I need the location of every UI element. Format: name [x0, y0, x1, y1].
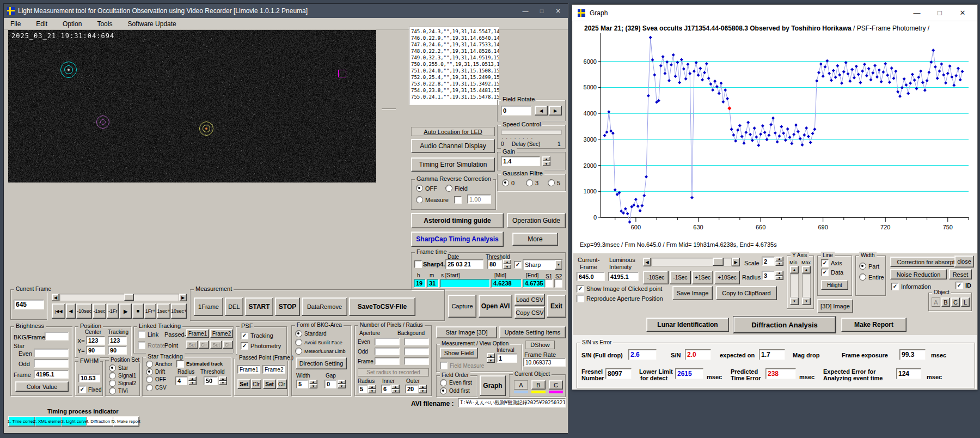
s1-cell[interactable]	[544, 279, 553, 288]
graph-minimize-icon[interactable]: —	[908, 8, 926, 18]
frame-scrollbar[interactable]	[52, 294, 187, 301]
gamma-measure-checkbox[interactable]	[454, 196, 462, 204]
interval-spinner[interactable]	[487, 353, 495, 363]
more-button[interactable]: More	[512, 233, 558, 246]
reproduce-aperture-checkbox[interactable]: Reproduce Aperture Position	[577, 295, 663, 302]
px-radius-spinner[interactable]	[368, 385, 376, 393]
start-cell[interactable]	[440, 279, 490, 288]
color-value-button[interactable]: Color Value	[15, 381, 69, 392]
gamma-off-radio[interactable]: OFF	[416, 185, 437, 192]
object-c-button[interactable]: C	[549, 380, 563, 390]
object-b-button[interactable]: B	[531, 380, 546, 390]
star-image-3d-button[interactable]: Star Image [3D]	[436, 326, 497, 338]
threshold-spinner[interactable]	[503, 259, 511, 269]
auto-location-led-button[interactable]: Auto Location for LED	[411, 127, 495, 136]
gain-field[interactable]: 1.4	[501, 156, 540, 166]
fresnel-field[interactable]: 8097	[605, 368, 632, 379]
minus-1frame-button[interactable]: -1Fr	[107, 303, 119, 319]
reset-button[interactable]: Reset	[949, 269, 972, 279]
px-frame-aperture-field[interactable]	[375, 357, 400, 365]
lower-limit-field[interactable]: 2615	[675, 368, 703, 379]
sn-full-field[interactable]: 2.6	[628, 349, 657, 360]
pp-set1-button[interactable]: Set	[237, 379, 250, 389]
avi-filename-field[interactable]: I:¥A-えんぺい観測¥観測記録2025¥20250321◎Svea自宅¥04_…	[458, 398, 566, 407]
information-checkbox[interactable]: Information	[891, 283, 931, 290]
y-tracking-field[interactable]: 90	[108, 346, 127, 355]
star-odd-field[interactable]	[34, 359, 69, 368]
sharp-combo-arrow-icon[interactable]	[555, 260, 562, 270]
posset-signal2-radio[interactable]: Signal2	[109, 380, 136, 387]
x-center-field[interactable]: 123	[86, 336, 105, 345]
s2-cell[interactable]	[554, 279, 562, 288]
y-center-field[interactable]: 90	[86, 346, 105, 355]
anchor-radio[interactable]: Anchor	[146, 361, 173, 368]
interval-field[interactable]: 1	[497, 354, 517, 363]
play-button[interactable]: ▶	[119, 303, 132, 319]
graph-scrollbar-thumb[interactable]	[713, 258, 724, 266]
px-outer-spinner[interactable]	[419, 385, 427, 393]
start-button[interactable]: START	[245, 297, 273, 316]
bkg-meteor-radio[interactable]: Meteor/Lunar Limb	[295, 348, 346, 355]
psf-photometry-checkbox[interactable]: Photometry	[241, 342, 281, 350]
width-part-radio[interactable]: Part	[859, 263, 879, 270]
close-icon[interactable]: ✕	[552, 6, 565, 16]
predicted-error-field[interactable]: 238	[765, 368, 796, 379]
minute-cell[interactable]: 31	[427, 279, 439, 288]
graph-button[interactable]: Graph	[480, 375, 506, 396]
open-avi-button[interactable]: Open AVI	[479, 295, 512, 318]
capture-button[interactable]: Capture	[448, 295, 476, 318]
copy-clipboard-button[interactable]: Copy to ClipBoard	[716, 286, 777, 300]
gain-spinner[interactable]	[542, 156, 550, 166]
minimize-icon[interactable]: —	[519, 6, 532, 16]
graph-object-l-button[interactable]: L	[961, 297, 970, 307]
graph-scrollbar[interactable]	[643, 258, 740, 266]
splitter-grip[interactable]	[382, 108, 396, 110]
minus-10sec-graph-button[interactable]: -10Sec	[643, 271, 669, 284]
stop-button[interactable]: STOP	[275, 297, 300, 316]
frame-rate-field[interactable]: 10.069373	[523, 358, 566, 367]
analyzing-error-field[interactable]: 124	[896, 368, 921, 379]
direction-setting-button[interactable]: Direction Setting	[296, 357, 347, 369]
tracking-csv-radio[interactable]: CSV	[146, 384, 167, 391]
star-frame-field[interactable]: 4195.1	[34, 370, 69, 379]
save-image-button[interactable]: Save Image	[672, 286, 713, 300]
linked-set1-button[interactable]: Set	[186, 340, 198, 349]
image-3d-button[interactable]: [3D] Image	[817, 299, 853, 313]
jump-start-button[interactable]: |◀◀	[52, 303, 65, 319]
linked-frame1-button[interactable]: Frame1	[186, 329, 209, 338]
px-even-aperture-field[interactable]	[375, 338, 400, 345]
y-min-scrollbar[interactable]	[790, 266, 799, 305]
pp-set2-button[interactable]: Set	[263, 379, 276, 389]
threshold-field[interactable]: 80	[487, 259, 502, 269]
plus-1sec-graph-button[interactable]: +1Sec	[692, 271, 713, 284]
width-entire-radio[interactable]: Entire	[859, 273, 884, 281]
graph-titlebar[interactable]: Graph — □ ✕	[572, 5, 977, 21]
save-to-csv-button[interactable]: SaveToCSV-File	[349, 297, 415, 316]
pp-frame1-field[interactable]: Frame1	[237, 365, 260, 374]
close-button[interactable]: close	[954, 256, 974, 267]
tracking-off-radio[interactable]: OFF	[146, 376, 166, 383]
expected-on-field[interactable]: 1.7	[759, 349, 785, 360]
frame-scrollbar-thumb[interactable]	[124, 294, 134, 301]
graph-radius-field[interactable]: 3	[762, 271, 775, 280]
data-remove-button[interactable]: DataRemove	[302, 297, 347, 316]
menu-option[interactable]: Option	[63, 20, 82, 28]
show-field-button[interactable]: Show Field	[440, 348, 478, 358]
graph-object-b-button[interactable]: B	[941, 297, 950, 307]
audio-channel-display-button[interactable]: Audio Channel Display	[411, 139, 495, 153]
pp-clr1-button[interactable]: Clr	[251, 379, 261, 389]
menu-edit[interactable]: Edit	[36, 20, 47, 28]
maximize-icon[interactable]: □	[535, 6, 548, 16]
timing-step-4[interactable]: 4. Diffraction fit	[87, 416, 114, 427]
timing-step-5[interactable]: 5. Make report	[113, 416, 139, 427]
del-button[interactable]: DEL	[225, 297, 243, 316]
timing-step-2[interactable]: 2. XML element	[35, 416, 62, 427]
rotate-checkbox[interactable]: Rotate	[138, 342, 165, 349]
step-back-button[interactable]: ◀	[66, 303, 76, 319]
px-odd-background-field[interactable]	[404, 348, 429, 355]
bkg-width-spinner[interactable]	[309, 380, 317, 388]
stop-playback-button[interactable]: ■	[132, 303, 144, 319]
graph-current-frame-field[interactable]: 645.0	[577, 272, 605, 281]
px-odd-aperture-field[interactable]	[375, 348, 400, 355]
graph-radius-spinner[interactable]	[775, 271, 783, 280]
